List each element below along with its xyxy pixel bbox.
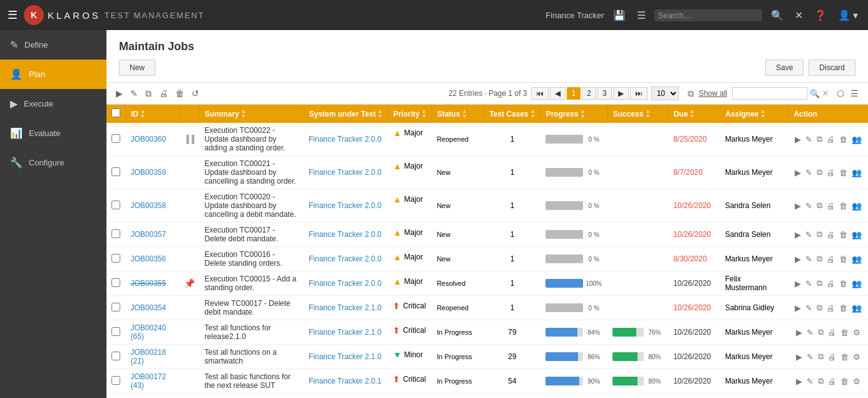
filter-search-icon[interactable]: 🔍 xyxy=(810,89,820,98)
row-checkbox[interactable] xyxy=(111,134,120,143)
th-id[interactable]: ID ▲▼ xyxy=(126,105,179,123)
copy-row-icon[interactable]: ⧉ xyxy=(815,278,824,289)
project-list-icon[interactable]: ☰ xyxy=(634,8,648,23)
hamburger-icon[interactable]: ☰ xyxy=(8,8,18,22)
delete-row-icon[interactable]: 🗑 xyxy=(838,201,849,211)
th-assignee[interactable]: Assignee ▲▼ xyxy=(720,105,788,123)
delete-row-icon[interactable]: 🗑 xyxy=(838,134,849,145)
run-icon[interactable]: ▶ xyxy=(795,376,803,387)
sidebar-item-execute[interactable]: ▶ Execute xyxy=(0,89,106,118)
job-link[interactable]: JOB00354 xyxy=(131,303,167,312)
edit-icon[interactable]: ✎ xyxy=(128,87,140,100)
run-icon[interactable]: ▶ xyxy=(793,254,802,264)
edit-row-icon[interactable]: ✎ xyxy=(804,229,814,240)
row-checkbox[interactable] xyxy=(111,327,120,336)
copy-row-icon[interactable]: ⧉ xyxy=(815,229,824,240)
search-input[interactable] xyxy=(658,11,758,20)
discard-button[interactable]: Discard xyxy=(809,60,855,76)
print-row-icon[interactable]: 🖨 xyxy=(825,229,836,240)
th-progress[interactable]: Progress ▲▼ xyxy=(540,105,607,123)
copy-row-icon[interactable]: ⧉ xyxy=(815,167,824,178)
system-link[interactable]: Finance Tracker 2.0.1 xyxy=(309,377,381,385)
system-link[interactable]: Finance Tracker 2.1.0 xyxy=(309,352,381,361)
save-button[interactable]: Save xyxy=(765,60,803,76)
row-checkbox[interactable] xyxy=(111,254,120,263)
run-icon[interactable]: ▶ xyxy=(793,278,802,289)
project-save-icon[interactable]: 💾 xyxy=(611,8,628,23)
edit-row-icon[interactable]: ✎ xyxy=(804,303,814,313)
expand-all-icon[interactable]: ▶ xyxy=(114,87,125,100)
print-row-icon[interactable]: 🖨 xyxy=(825,254,836,264)
copy-row-icon[interactable]: ⧉ xyxy=(815,134,824,145)
system-link[interactable]: Finance Tracker 2.0.0 xyxy=(309,254,381,263)
th-status[interactable]: Status ▲▼ xyxy=(431,105,483,123)
refresh-icon[interactable]: ↺ xyxy=(190,87,201,100)
run-icon[interactable]: ▶ xyxy=(793,167,802,178)
first-page-button[interactable]: ⏮ xyxy=(531,87,549,100)
delete-row-icon[interactable]: 🗑 xyxy=(838,278,849,289)
system-link[interactable]: Finance Tracker 2.0.0 xyxy=(309,279,381,288)
search-clear-icon[interactable]: ✕ xyxy=(792,8,805,23)
edit-row-icon[interactable]: ✎ xyxy=(804,278,814,289)
assign-row-icon[interactable]: 👥 xyxy=(850,278,863,289)
th-priority[interactable]: Priority ▲▼ xyxy=(388,105,431,123)
page-2-button[interactable]: 2 xyxy=(582,87,596,100)
filter-icon[interactable]: ⧉ xyxy=(688,88,694,99)
system-link[interactable]: Finance Tracker 2.1.0 xyxy=(309,328,381,337)
print-row-icon[interactable]: 🖨 xyxy=(825,167,836,178)
user-menu-icon[interactable]: 👤 ▾ xyxy=(835,8,860,23)
delete-row-icon[interactable]: 🗑 xyxy=(838,167,849,178)
export-icon[interactable]: ⬡ xyxy=(835,87,846,100)
row-checkbox[interactable] xyxy=(111,303,120,312)
assign-row-icon[interactable]: 👥 xyxy=(850,134,863,145)
sidebar-item-evaluate[interactable]: 📊 Evaluate xyxy=(0,118,106,148)
copy-row-icon[interactable]: ⧉ xyxy=(817,351,825,362)
edit-row-icon[interactable]: ✎ xyxy=(804,167,814,178)
show-all-button[interactable]: Show all xyxy=(696,89,730,98)
filter-input[interactable] xyxy=(732,87,807,100)
copy-row-icon[interactable]: ⧉ xyxy=(815,200,824,211)
row-checkbox[interactable] xyxy=(111,352,120,360)
run-icon[interactable]: ▶ xyxy=(793,201,802,211)
edit-row-icon[interactable]: ✎ xyxy=(804,254,814,264)
new-button[interactable]: New xyxy=(119,60,155,76)
gear-row-icon[interactable]: ⚙ xyxy=(852,327,862,338)
th-summary[interactable]: Summary ▲▼ xyxy=(200,105,304,123)
delete-row-icon[interactable]: 🗑 xyxy=(839,352,850,362)
print-row-icon[interactable]: 🖨 xyxy=(825,134,836,145)
print-row-icon[interactable]: 🖨 xyxy=(825,201,836,211)
delete-row-icon[interactable]: 🗑 xyxy=(839,376,850,387)
run-icon[interactable]: ▶ xyxy=(793,303,802,313)
gear-row-icon[interactable]: ⚙ xyxy=(852,352,862,362)
run-icon[interactable]: ▶ xyxy=(795,327,803,338)
job-link[interactable]: JOB00355 xyxy=(131,279,167,288)
columns-icon[interactable]: ☰ xyxy=(849,87,860,100)
assign-row-icon[interactable]: 👥 xyxy=(850,303,863,313)
job-link[interactable]: JOB00240 (65) xyxy=(131,323,167,341)
delete-row-icon[interactable]: 🗑 xyxy=(839,327,850,338)
edit-row-icon[interactable]: ✎ xyxy=(805,327,815,338)
row-checkbox[interactable] xyxy=(111,201,120,209)
row-checkbox[interactable] xyxy=(111,167,120,176)
copy-icon[interactable]: ⧉ xyxy=(143,87,153,100)
job-link[interactable]: JOB00218 (21) xyxy=(131,348,167,365)
print-row-icon[interactable]: 🖨 xyxy=(827,327,837,338)
th-due[interactable]: Due ▲▼ xyxy=(668,105,720,123)
job-link[interactable]: JOB00172 (43) xyxy=(131,372,167,390)
page-size-select[interactable]: 10 25 50 xyxy=(651,86,679,100)
search-button[interactable]: 🔍 xyxy=(768,8,786,23)
print-icon[interactable]: 🖨 xyxy=(157,87,170,100)
edit-row-icon[interactable]: ✎ xyxy=(804,134,814,145)
sidebar-item-plan[interactable]: 👤 Plan xyxy=(0,60,106,89)
help-icon[interactable]: ❓ xyxy=(812,8,829,23)
system-link[interactable]: Finance Tracker 2.1.0 xyxy=(309,303,381,312)
assign-row-icon[interactable]: 👥 xyxy=(850,254,863,264)
row-checkbox[interactable] xyxy=(111,376,120,385)
play-page-button[interactable]: ▶ xyxy=(613,87,629,100)
prev-page-button[interactable]: ◀ xyxy=(550,87,566,100)
delete-row-icon[interactable]: 🗑 xyxy=(838,254,849,264)
row-checkbox[interactable] xyxy=(111,278,120,287)
edit-row-icon[interactable]: ✎ xyxy=(805,352,815,362)
copy-row-icon[interactable]: ⧉ xyxy=(815,253,824,264)
gear-row-icon[interactable]: ⚙ xyxy=(852,376,862,387)
